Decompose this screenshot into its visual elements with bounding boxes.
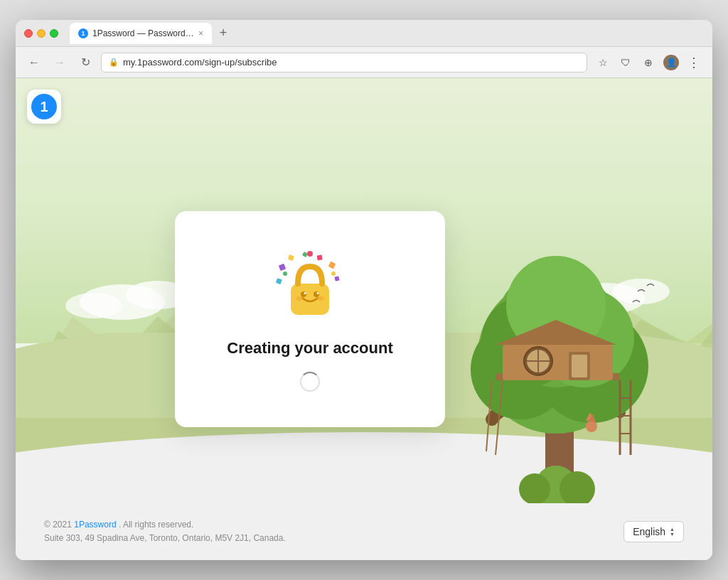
svg-point-55 [301, 291, 306, 297]
active-tab[interactable]: 1 1Password — Password Manag × [70, 23, 212, 44]
lock-icon: 🔒 [109, 58, 119, 67]
page-content: 1 [16, 78, 712, 560]
svg-point-6 [65, 293, 122, 318]
nav-bar: ← → ↻ 🔒 my.1password.com/sign-up/subscri… [16, 47, 712, 78]
svg-rect-45 [288, 254, 294, 261]
svg-point-53 [331, 272, 336, 276]
svg-rect-47 [317, 254, 323, 260]
svg-rect-30 [572, 355, 587, 377]
tab-favicon: 1 [78, 28, 88, 38]
traffic-lights [24, 29, 58, 38]
svg-point-39 [519, 473, 550, 505]
svg-rect-46 [302, 252, 308, 257]
creating-account-text: Creating your account [227, 339, 392, 358]
bookmark-button[interactable]: ☆ [593, 53, 613, 72]
svg-rect-23 [503, 345, 613, 380]
svg-point-57 [304, 292, 306, 294]
tab-bar: 1 1Password — Password Manag × + [70, 23, 704, 44]
profile-button[interactable]: 👤 [661, 53, 681, 72]
forward-button[interactable]: → [50, 53, 70, 72]
loading-spinner [300, 372, 320, 392]
footer-copyright: © 2021 1Password . All rights reserved. … [44, 518, 286, 545]
back-button[interactable]: ← [24, 53, 44, 72]
svg-point-58 [317, 292, 319, 294]
nav-actions: ☆ 🛡 ⊕ 👤 ⋮ [593, 53, 704, 72]
browser-window: 1 1Password — Password Manag × + ← → ↻ 🔒… [16, 20, 712, 560]
address-bar[interactable]: 🔒 my.1password.com/sign-up/subscribe [101, 53, 587, 72]
main-card: Creating your account [175, 211, 445, 427]
svg-point-52 [283, 272, 287, 276]
maximize-button[interactable] [50, 29, 58, 38]
page-footer: © 2021 1Password . All rights reserved. … [16, 503, 712, 560]
svg-point-41 [586, 421, 597, 432]
url-text: my.1password.com/sign-up/subscribe [123, 57, 277, 68]
shield-icon: 🛡 [616, 53, 636, 72]
brand-link[interactable]: 1Password [74, 520, 116, 530]
svg-rect-48 [328, 262, 336, 269]
language-label: English [633, 526, 665, 537]
svg-rect-49 [334, 276, 339, 281]
svg-rect-50 [276, 278, 282, 284]
tab-title: 1Password — Password Manag [92, 28, 194, 38]
svg-rect-44 [279, 264, 286, 271]
title-bar: 1 1Password — Password Manag × + [16, 20, 712, 47]
extensions-button[interactable]: ⊕ [638, 53, 658, 72]
language-selector[interactable]: English ▲ ▼ [623, 521, 684, 542]
new-tab-button[interactable]: + [215, 25, 232, 42]
svg-point-60 [317, 296, 324, 301]
mascot-icon [271, 247, 349, 325]
treehouse-svg [435, 235, 677, 505]
logo-icon: 1 [31, 94, 57, 119]
close-button[interactable] [24, 29, 33, 38]
logo-container: 1 [27, 90, 61, 124]
tab-close-button[interactable]: × [198, 28, 203, 38]
svg-point-51 [307, 251, 313, 257]
language-chevrons: ▲ ▼ [670, 527, 675, 537]
minimize-button[interactable] [37, 29, 46, 38]
more-menu-button[interactable]: ⋮ [684, 53, 704, 72]
logo-circle: 1 [27, 90, 61, 124]
svg-point-56 [314, 291, 319, 297]
svg-point-59 [296, 296, 303, 301]
refresh-button[interactable]: ↻ [75, 53, 95, 72]
